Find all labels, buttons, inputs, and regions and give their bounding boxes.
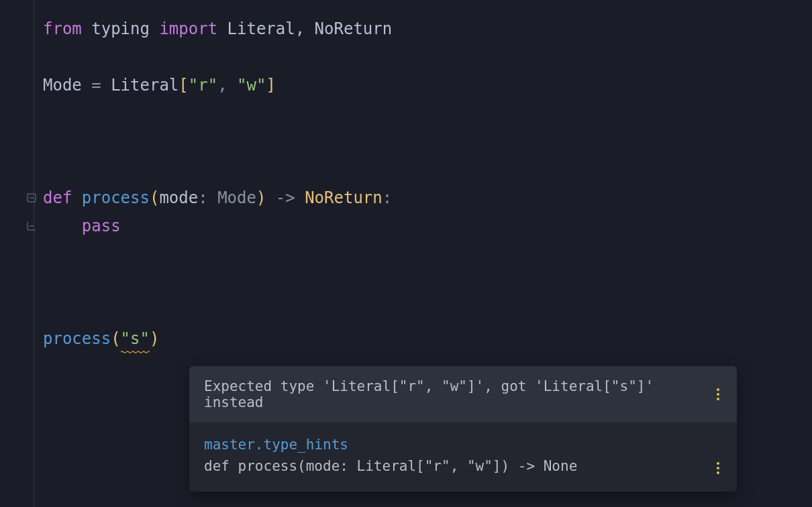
blank-line[interactable] bbox=[43, 296, 812, 325]
equals: = bbox=[91, 73, 111, 97]
tooltip-header: Expected type 'Literal["r", "w"]', got '… bbox=[189, 366, 737, 422]
paren-open: ( bbox=[111, 327, 120, 351]
type-literal: Literal bbox=[111, 73, 179, 97]
blank-line[interactable] bbox=[43, 127, 812, 156]
bracket-open: [ bbox=[179, 73, 188, 97]
keyword-def: def bbox=[43, 186, 72, 210]
blank-line[interactable] bbox=[43, 43, 812, 71]
comma: , bbox=[217, 73, 237, 97]
module-link[interactable]: master.type_hints bbox=[204, 435, 577, 456]
paren-close: ) bbox=[150, 327, 159, 351]
keyword-import: import bbox=[159, 17, 217, 41]
param-type: Mode bbox=[217, 186, 256, 210]
param-name: mode bbox=[159, 186, 198, 210]
code-line-call[interactable]: process("s") bbox=[43, 325, 812, 353]
code-editor[interactable]: from typing import Literal, NoReturn Mod… bbox=[0, 0, 812, 507]
fold-end-icon[interactable] bbox=[27, 221, 36, 231]
var-name: Mode bbox=[43, 73, 91, 97]
keyword-from: from bbox=[43, 17, 82, 41]
code-line-pass[interactable]: pass bbox=[43, 212, 812, 240]
tooltip-body: master.type_hints def process(mode: Lite… bbox=[189, 422, 737, 492]
keyword-pass: pass bbox=[82, 214, 121, 238]
blank-line[interactable] bbox=[43, 99, 812, 127]
module-name: typing bbox=[91, 17, 150, 41]
call-name: process bbox=[43, 327, 111, 351]
function-name: process bbox=[82, 186, 150, 210]
bracket-close: ] bbox=[266, 73, 275, 97]
return-type: NoReturn bbox=[305, 186, 383, 210]
fold-minus-icon[interactable] bbox=[27, 193, 36, 203]
colon: : bbox=[198, 186, 217, 210]
more-actions-icon[interactable] bbox=[714, 386, 722, 403]
arrow: -> bbox=[266, 186, 305, 210]
import-names: Literal, NoReturn bbox=[227, 17, 393, 41]
string-r: "r" bbox=[189, 73, 217, 97]
code-area[interactable]: from typing import Literal, NoReturn Mod… bbox=[43, 15, 812, 353]
blank-line[interactable] bbox=[43, 156, 812, 184]
error-message: Expected type 'Literal["r", "w"]', got '… bbox=[204, 378, 714, 410]
code-line-1[interactable]: from typing import Literal, NoReturn bbox=[43, 15, 812, 43]
blank-line[interactable] bbox=[43, 240, 812, 268]
string-w: "w" bbox=[237, 73, 266, 97]
paren-open: ( bbox=[150, 186, 159, 210]
arg-string: "s" bbox=[121, 327, 150, 351]
colon-end: : bbox=[383, 186, 392, 210]
code-line-2[interactable]: Mode = Literal["r", "w"] bbox=[43, 71, 812, 99]
more-actions-icon[interactable] bbox=[714, 459, 722, 477]
error-tooltip: Expected type 'Literal["r", "w"]', got '… bbox=[189, 366, 737, 492]
blank-line[interactable] bbox=[43, 268, 812, 296]
gutter-line bbox=[34, 0, 34, 507]
code-line-def[interactable]: def process(mode: Mode) -> NoReturn: bbox=[43, 184, 812, 212]
paren-close: ) bbox=[256, 186, 266, 210]
function-signature: def process(mode: Literal["r", "w"]) -> … bbox=[204, 456, 577, 477]
